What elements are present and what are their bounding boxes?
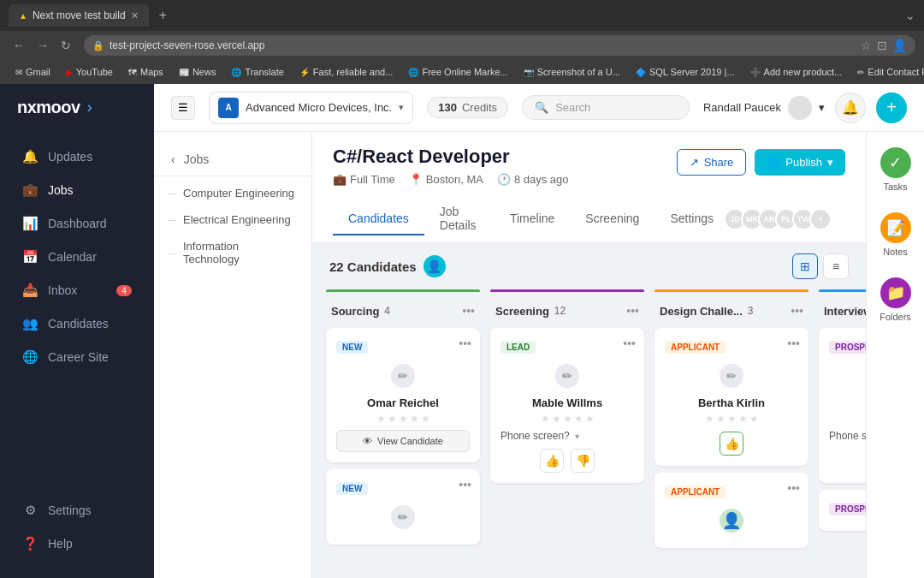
inbox-icon: 📥 [22,283,38,298]
bookmark-maps[interactable]: 🗺 Maps [121,64,170,80]
sidebar-item-settings[interactable]: ⚙ Settings [5,494,149,527]
design-card-1-menu[interactable]: ••• [787,337,800,350]
thumbup-btn-1[interactable]: 👍 [540,449,564,473]
sidebar-item-candidates[interactable]: 👥 Candidates [5,307,149,340]
phone-screen-row-2[interactable]: Phone scree... [829,430,866,442]
user-name: Randall Paucek [703,101,781,114]
tab-close-btn[interactable]: ✕ [131,10,139,21]
sidebar-item-help[interactable]: ❓ Help [5,527,149,560]
add-candidate-btn[interactable]: 👤 [424,255,446,277]
incognito-btn[interactable]: 👤 [892,39,907,52]
list-view-btn[interactable]: ≡ [823,253,849,279]
forward-nav-btn[interactable]: → [33,36,53,55]
kanban-view-btn[interactable]: ⊞ [792,253,818,279]
bookmark-addproduct[interactable]: ➕ Add new product... [743,64,850,80]
sub-nav-info-tech-label: Information Technology [183,240,298,265]
sidebar-item-dashboard[interactable]: 📊 Dashboard [5,207,149,240]
sidebar-item-calendar[interactable]: 📅 Calendar [5,241,149,273]
share-icon: ↗ [690,156,699,169]
search-bar[interactable]: 🔍 Search [522,95,690,120]
sidebar-item-jobs[interactable]: 💼 Jobs [5,174,149,206]
job-detail-header: C#/React Developer 💼 Full Time 📍 Boston,… [312,132,866,243]
sub-nav-information-technology[interactable]: — Information Technology [154,233,311,272]
right-panel-notes[interactable]: 📝 Notes [872,206,920,264]
sub-nav-computer-label: Computer Engineering [183,187,294,200]
design-card-2-menu[interactable]: ••• [787,481,800,495]
card-tag-new-2: NEW [336,482,368,495]
bookmark-star-btn[interactable]: ☆ [861,39,872,52]
bookmark-marketing-label: Free Online Marke... [422,67,507,77]
screening-col-menu-btn[interactable]: ••• [626,304,639,318]
bookmark-editcontact[interactable]: ✏ Edit Contact Form... [850,64,924,80]
thumbup-btn-2-active[interactable]: 👍 [720,432,743,456]
sourcing-col-menu-btn[interactable]: ••• [462,304,475,318]
breadcrumb[interactable]: Jobs [184,152,210,166]
publish-btn[interactable]: 🌐 Publish ▾ [755,149,845,176]
tab-timeline[interactable]: Timeline [495,203,570,235]
bookmark-maps-label: Maps [140,67,163,77]
fast-icon: ⚡ [299,68,310,77]
candidate-avatar-2: ✏ [391,505,415,529]
bookmark-news[interactable]: 📰 News [172,64,223,80]
list-view-icon: ≡ [832,259,839,273]
add-btn[interactable]: + [876,92,907,123]
sub-nav-electrical-engineering[interactable]: — Electrical Engineering [154,206,311,233]
screening-col-name: Screening [495,305,549,318]
screening-card-1-menu[interactable]: ••• [623,337,636,350]
design-star-2: ★ [716,413,726,425]
right-panel-folders[interactable]: 📁 Folders [872,271,920,329]
sourcing-col-count: 4 [384,305,390,317]
bookmark-fast[interactable]: ⚡ Fast, reliable and... [293,64,400,80]
card-tag-applicant-2: APPLICANT [665,486,726,498]
tab-warning-icon: ▲ [19,11,27,21]
view-candidate-btn-1[interactable]: 👁 View Candidate [336,430,470,452]
split-view-btn[interactable]: ⊡ [877,39,887,52]
publish-globe-icon: 🌐 [767,156,780,169]
bookmark-translate-label: Translate [245,67,283,77]
bookmark-gmail[interactable]: ✉ Gmail [9,64,57,80]
new-tab-btn[interactable]: + [159,8,167,23]
tab-job-details[interactable]: Job Details [424,196,495,242]
bookmark-marketing[interactable]: 🌐 Free Online Marke... [401,64,514,80]
back-nav-btn[interactable]: ← [9,36,29,55]
sidebar-item-career-site[interactable]: 🌐 Career Site [5,341,149,373]
tab-screening[interactable]: Screening [570,203,654,235]
tab-candidates[interactable]: Candidates [333,203,424,235]
bookmark-translate[interactable]: 🌐 Translate [224,64,290,80]
sourcing-card-2-menu[interactable]: ••• [459,478,471,492]
bookmark-screenshot[interactable]: 📷 Screenshot of a U... [517,64,627,80]
user-info[interactable]: Randall Paucek ▾ [703,96,825,120]
interview-card-1: PROSPECT ••• ✏ Sheila Ro... ★ ★ ★ ★ [819,328,866,483]
share-btn[interactable]: ↗ Share [677,149,747,176]
right-panel-tasks[interactable]: ✓ Tasks [872,140,920,199]
header-menu-btn[interactable]: ☰ [171,96,195,120]
back-btn[interactable]: ‹ [171,152,175,166]
refresh-nav-btn[interactable]: ↻ [56,36,75,55]
sourcing-card-1-menu[interactable]: ••• [459,337,471,350]
browser-tab[interactable]: ▲ Next move test build ✕ [9,4,149,27]
job-type: 💼 Full Time [333,173,395,186]
sourcing-col-name: Sourcing [331,305,379,318]
company-selector[interactable]: A Advanced Micro Devices, Inc. ▾ [209,92,413,124]
thumbdown-btn-1[interactable]: 👎 [571,449,595,473]
design-star-3: ★ [727,413,737,425]
credits-badge[interactable]: 130 Credits [427,97,508,118]
design-top-border [654,289,808,292]
logo-arrow-icon: › [87,98,92,116]
maximize-btn[interactable]: ⌄ [905,9,915,22]
sidebar-item-inbox[interactable]: 📥 Inbox 4 [5,274,149,307]
phone-screen-row-1[interactable]: Phone screen? ▾ [500,430,634,442]
sub-nav-computer-engineering[interactable]: — Computer Engineering [154,180,311,206]
bookmark-youtube[interactable]: ▶ YouTube [59,64,120,80]
sidebar-item-updates[interactable]: 🔔 Updates [5,140,149,173]
notification-btn[interactable]: 🔔 [835,92,866,123]
card-tag-new: NEW [336,341,368,354]
calendar-icon: 📅 [22,249,38,265]
tab-settings[interactable]: Settings [654,203,729,235]
avatar-add-btn[interactable]: + [809,208,832,230]
bookmark-sql[interactable]: 🔷 SQL Server 2019 |... [629,64,742,80]
notification-bell-icon: 🔔 [842,99,859,116]
youtube-icon: ▶ [66,68,73,77]
url-bar[interactable]: 🔒 test-project-seven-rose.vercel.app ☆ ⊡… [84,35,915,56]
design-col-menu-btn[interactable]: ••• [791,304,803,318]
